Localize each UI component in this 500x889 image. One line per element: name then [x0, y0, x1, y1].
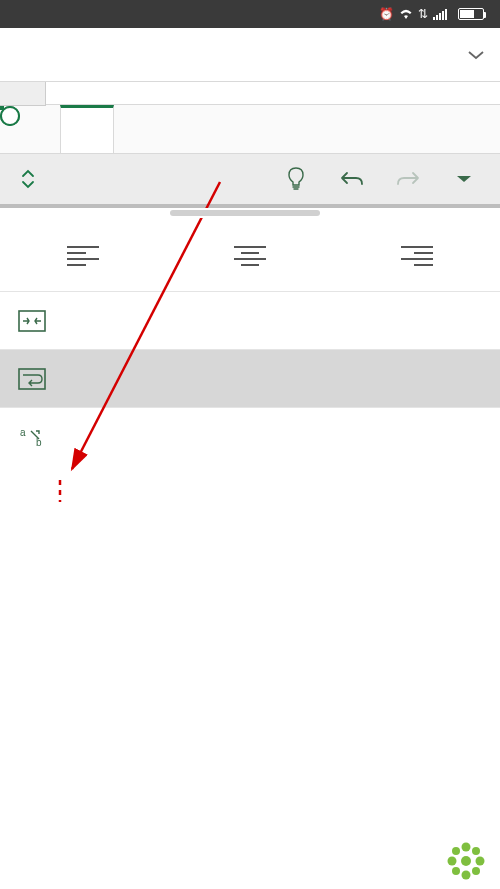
- caret-down-icon: [455, 173, 473, 185]
- align-right-button[interactable]: [390, 235, 444, 275]
- alignment-row: [0, 218, 500, 292]
- formula-bar: [0, 28, 500, 82]
- battery-icon: [458, 8, 484, 20]
- text-direction-button[interactable]: ab: [0, 408, 500, 466]
- ribbon-start-menu[interactable]: [12, 168, 36, 190]
- status-right: ⏰ ⇅: [375, 7, 490, 21]
- redo-button[interactable]: [384, 159, 432, 199]
- tab-sheet1[interactable]: [60, 105, 114, 153]
- undo-button[interactable]: [328, 159, 376, 199]
- align-right-icon: [400, 243, 434, 267]
- scroll-indicator: [0, 208, 500, 218]
- svg-rect-3: [442, 11, 444, 20]
- status-bar: ⏰ ⇅: [0, 0, 500, 28]
- column-headers: [0, 82, 500, 106]
- align-center-button[interactable]: [223, 235, 277, 275]
- sheet-tabs-bar: [0, 104, 500, 154]
- svg-point-12: [462, 843, 471, 852]
- lightbulb-button[interactable]: [272, 159, 320, 199]
- svg-rect-1: [436, 15, 438, 20]
- svg-rect-7: [19, 311, 45, 331]
- formula-expand-button[interactable]: [452, 49, 500, 61]
- svg-rect-2: [439, 13, 441, 20]
- wrap-icon: [18, 368, 46, 390]
- chevron-updown-icon: [20, 168, 36, 190]
- data-icon: ⇅: [418, 7, 428, 21]
- svg-point-11: [461, 856, 471, 866]
- svg-point-14: [448, 857, 457, 866]
- selection-handle-se[interactable]: [0, 106, 20, 126]
- svg-point-16: [452, 847, 460, 855]
- text-direction-icon: ab: [18, 426, 46, 448]
- merge-icon: [18, 310, 46, 332]
- svg-text:b: b: [36, 437, 42, 448]
- ribbon-bar: [0, 154, 500, 208]
- undo-icon: [338, 168, 366, 190]
- merge-center-button[interactable]: [0, 292, 500, 350]
- svg-point-13: [462, 871, 471, 880]
- wrap-text-button[interactable]: [0, 350, 500, 408]
- svg-point-17: [472, 847, 480, 855]
- align-center-icon: [233, 243, 267, 267]
- align-left-icon: [66, 243, 100, 267]
- watermark-logo-icon: [444, 839, 488, 883]
- watermark: [444, 839, 494, 883]
- ribbon-more-button[interactable]: [440, 159, 488, 199]
- alarm-icon: ⏰: [379, 7, 394, 21]
- lightbulb-icon: [285, 166, 307, 192]
- format-panel: ab: [0, 218, 500, 466]
- redo-icon: [394, 168, 422, 190]
- svg-point-15: [476, 857, 485, 866]
- svg-rect-4: [445, 9, 447, 20]
- signal-icon: [432, 8, 448, 20]
- select-all-corner[interactable]: [0, 82, 46, 106]
- wifi-icon: [398, 8, 414, 20]
- chevron-down-icon: [466, 49, 486, 61]
- spreadsheet-grid[interactable]: [0, 82, 500, 106]
- svg-point-19: [472, 867, 480, 875]
- svg-point-18: [452, 867, 460, 875]
- svg-rect-0: [433, 17, 435, 20]
- align-left-button[interactable]: [56, 235, 110, 275]
- svg-text:a: a: [20, 427, 26, 438]
